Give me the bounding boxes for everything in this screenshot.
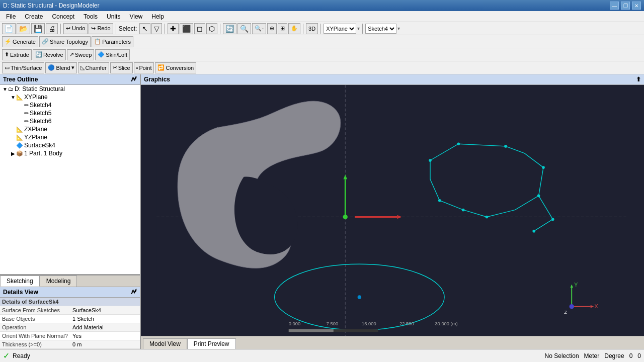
blend-button[interactable]: 🔵 Blend ▾ (45, 62, 76, 73)
graphics-expand-icon[interactable]: ⬆ (636, 76, 641, 83)
point-button[interactable]: • Point (134, 62, 154, 73)
plane-dropdown[interactable]: XYPlane ZXPlane YZPlane (324, 24, 356, 34)
tab-modeling[interactable]: Modeling (40, 276, 77, 287)
menu-create[interactable]: Create (21, 12, 47, 21)
tree-node-surfacesk4[interactable]: 🔷 SurfaceSk4 (0, 141, 140, 149)
tb-icon1[interactable]: ✚ (168, 23, 179, 34)
status-angle: Degree (604, 352, 624, 359)
tree-node-sketch4[interactable]: ✏ Sketch4 (0, 101, 140, 109)
tree-title: Tree Outline (3, 76, 38, 83)
menu-help[interactable]: Help (147, 12, 168, 21)
tree-node-sketch5[interactable]: ✏ Sketch5 (0, 109, 140, 117)
svg-point-7 (343, 215, 348, 219)
revolve-button[interactable]: 🔄 Revolve (33, 49, 66, 60)
sep7 (362, 24, 363, 34)
pan-button[interactable]: ✋ (288, 23, 300, 34)
close-button[interactable]: ✕ (632, 2, 641, 10)
menu-units[interactable]: Units (103, 12, 124, 21)
sketch-selector[interactable]: Sketch4 Sketch5 Sketch6 ▾ (365, 24, 400, 34)
tree-node-part1body[interactable]: ▶ 📦 1 Part, 1 Body (0, 149, 140, 157)
sweep-button[interactable]: ↗ Sweep (67, 49, 95, 60)
save-button[interactable]: 💾 (31, 23, 45, 34)
maximize-button[interactable]: ❐ (621, 2, 630, 10)
status-unit: Meter (584, 352, 600, 359)
svg-point-14 (462, 209, 465, 212)
sep1 (60, 24, 61, 34)
status-bar: ✓ Ready No Selection Meter Degree 0 0 (0, 349, 644, 362)
tab-model-view[interactable]: Model View (143, 338, 187, 349)
bottom-tabs: Model View Print Preview (141, 336, 644, 349)
sep3 (165, 24, 165, 34)
svg-point-28 (570, 304, 574, 309)
menu-concept[interactable]: Concept (48, 12, 78, 21)
menu-file[interactable]: File (2, 12, 20, 21)
open-button[interactable]: 📂 (17, 23, 30, 34)
rotate-button[interactable]: 🔄 (223, 23, 236, 34)
status-selection: No Selection (545, 352, 579, 359)
svg-point-9 (457, 142, 460, 145)
slice-button[interactable]: ✂ Slice (110, 62, 133, 73)
share-topology-button[interactable]: 🔗 Share Topology (39, 36, 91, 47)
graphics-panel: Graphics ⬆ (141, 74, 644, 349)
svg-text:X: X (594, 303, 598, 309)
zoom-out-button[interactable]: 🔍- (252, 23, 266, 34)
plane-selector[interactable]: XYPlane ZXPlane YZPlane ▾ (324, 24, 360, 34)
parameters-button[interactable]: 📋 Parameters (92, 36, 133, 47)
tab-sketching[interactable]: Sketching (0, 276, 40, 287)
svg-text:7.500: 7.500 (327, 321, 338, 326)
main-layout: Tree Outline 🗲 ▼ 🗂 D: Static Structural … (0, 74, 644, 349)
chamfer-button[interactable]: ◺ Chamfer (78, 62, 109, 73)
tree-node-xyplane[interactable]: ▼ 📐 XYPlane (0, 93, 140, 101)
minimize-button[interactable]: — (610, 2, 619, 10)
status-right: No Selection Meter Degree 0 0 (545, 352, 641, 359)
graphics-canvas[interactable]: Y X Z 0.000 7.500 15.000 22.500 30.0 (141, 85, 644, 349)
status-ready: Ready (13, 352, 30, 359)
tree-header: Tree Outline 🗲 (0, 74, 140, 85)
select-filter-button[interactable]: ▽ (151, 23, 162, 34)
tab-print-preview[interactable]: Print Preview (187, 338, 236, 349)
thin-surface-button[interactable]: ▭ Thin/Surface (2, 62, 44, 73)
extrude-button[interactable]: ⬆ Extrude (2, 49, 32, 60)
sep4 (220, 24, 220, 34)
tree-expand-xyplane: ▼ (10, 95, 16, 100)
status-left: ✓ Ready (3, 351, 540, 360)
graphics-header: Graphics ⬆ (141, 74, 644, 85)
details-view: Details View 🗲 Details of SurfaceSk4 Sur… (0, 287, 140, 349)
tree-node-root[interactable]: ▼ 🗂 D: Static Structural (0, 85, 140, 93)
select-mode-button[interactable]: ↖ (139, 23, 150, 34)
tree-node-zxplane[interactable]: 📐 ZXPlane (0, 125, 140, 133)
toolbar-surface: ▭ Thin/Surface 🔵 Blend ▾ ◺ Chamfer ✂ Sli… (0, 61, 644, 74)
skin-loft-button[interactable]: 🔷 Skin/Loft (95, 49, 130, 60)
zoom-in-button[interactable]: 🔍 (237, 23, 251, 34)
tree-node-sketch6[interactable]: ✏ Sketch6 (0, 117, 140, 125)
undo-button[interactable]: ↩ Undo (63, 23, 88, 34)
new-button[interactable]: 📄 (2, 23, 16, 34)
redo-button[interactable]: ↪ Redo (89, 23, 113, 34)
plane-arrow: ▾ (357, 26, 360, 31)
graphics-svg: Y X Z 0.000 7.500 15.000 22.500 30.0 (141, 85, 644, 349)
menu-bar: File Create Concept Tools Units View Hel… (0, 11, 644, 22)
tb-icon3[interactable]: ◻ (194, 23, 205, 34)
details-row: Orient With Plane Normal?Yes (0, 332, 140, 340)
tree-node-yzplane[interactable]: 📐 YZPlane (0, 133, 140, 141)
print-button[interactable]: 🖨 (46, 23, 58, 34)
generate-button[interactable]: ⚡ Generate (2, 36, 38, 47)
view3d-button[interactable]: 3D (306, 23, 318, 34)
menu-view[interactable]: View (125, 12, 146, 21)
select-label: Select: (119, 25, 137, 32)
zoom-box-button[interactable]: ⊞ (278, 23, 287, 34)
menu-tools[interactable]: Tools (79, 12, 102, 21)
sketch-dropdown[interactable]: Sketch4 Sketch5 Sketch6 (365, 24, 396, 34)
window-controls[interactable]: — ❐ ✕ (610, 2, 641, 10)
details-section: Details of SurfaceSk4 (0, 298, 140, 306)
conversion-button[interactable]: 🔁 Conversion (155, 62, 196, 73)
svg-text:Z: Z (564, 310, 567, 315)
tree-collapse-icon[interactable]: 🗲 (131, 76, 137, 83)
svg-point-21 (358, 295, 362, 299)
zoom-fit-button[interactable]: ⊕ (267, 23, 277, 34)
details-row: Base Objects1 Sketch (0, 315, 140, 323)
details-header: Details View 🗲 (0, 287, 140, 298)
tb-icon4[interactable]: ⬡ (206, 23, 217, 34)
details-collapse-icon[interactable]: 🗲 (131, 289, 137, 296)
tb-icon2[interactable]: ⬛ (180, 23, 193, 34)
